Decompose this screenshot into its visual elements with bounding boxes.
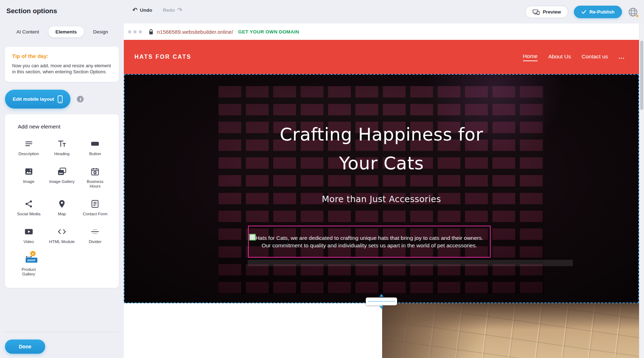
hero-heading[interactable]: Crafting Happiness for Your Cats (125, 120, 638, 178)
tip-title: Tip of the day: (12, 53, 112, 59)
next-section-partial (124, 303, 639, 358)
nav-more-button[interactable]: ... (619, 53, 625, 60)
shop-badge: SHOP (25, 257, 38, 263)
site-preview-area: n1566589.websitebuilder.online/ GET YOUR… (124, 23, 639, 358)
element-item-image-gallery[interactable]: Image Gallery (45, 166, 78, 189)
undo-button[interactable]: ↶ Undo (132, 7, 152, 13)
preview-button[interactable]: Preview (525, 6, 568, 18)
topbar-actions: Preview Re-Publish (525, 6, 638, 18)
undo-icon: ↶ (132, 7, 137, 13)
hero-paragraph: Hats for Cats, we are dedicated to craft… (249, 234, 490, 249)
page-title: Section options (6, 7, 57, 15)
edit-mobile-layout-button[interactable]: Edit mobile layout (5, 90, 70, 109)
element-item-heading[interactable]: Heading (45, 138, 78, 156)
page-scrollbar-thumb[interactable] (640, 41, 643, 110)
page-scrollbar-track (639, 23, 644, 358)
element-item-business-hours[interactable]: Business Hours (79, 166, 112, 189)
section-resize-handle[interactable] (366, 294, 397, 309)
section-options-sidebar: AI Content Elements Design Tip of the da… (0, 23, 124, 358)
undo-redo-group: ↶ Undo Redo ↷ (132, 7, 183, 13)
code-icon (57, 226, 67, 237)
tip-of-the-day-card: Tip of the day: Now you can add, move an… (5, 47, 119, 82)
site-header: HATS FOR CATS Home About Us Contact us .… (124, 40, 639, 74)
element-item-map[interactable]: Map (45, 199, 78, 216)
site-url[interactable]: n1566589.websitebuilder.online/ (157, 29, 233, 35)
map-pin-icon (57, 199, 67, 209)
element-item-image[interactable]: Image (12, 166, 45, 189)
sidebar-tabs: AI Content Elements Design (9, 26, 124, 37)
done-button[interactable]: Done (5, 339, 45, 354)
redo-button[interactable]: Redo ↷ (163, 7, 183, 13)
top-bar: Section options ↶ Undo Redo ↷ Preview (0, 0, 644, 23)
add-new-element-panel: Add new element Description Heading Butt… (5, 114, 119, 288)
product-gallery-icon: + SHOP (23, 254, 35, 265)
arrow-down-icon (379, 306, 384, 309)
info-icon[interactable]: i (77, 96, 84, 102)
window-dot (139, 30, 142, 33)
sidebar-divider (5, 332, 119, 332)
element-item-html-module[interactable]: HTML Module (45, 226, 78, 244)
nav-item-about-us[interactable]: About Us (548, 53, 571, 61)
language-globe-button[interactable] (628, 7, 638, 17)
image-gallery-icon (57, 166, 67, 177)
video-icon (24, 226, 34, 237)
arrow-up-icon (379, 294, 384, 297)
element-drag-handle[interactable] (249, 234, 256, 241)
site-logo[interactable]: HATS FOR CATS (134, 54, 191, 60)
element-item-contact-form[interactable]: Contact Form (79, 199, 112, 216)
tab-ai-content[interactable]: AI Content (9, 26, 46, 37)
site-nav: Home About Us Contact us ... (523, 53, 625, 61)
check-icon (581, 10, 586, 14)
get-domain-link[interactable]: GET YOUR OWN DOMAIN (238, 29, 299, 35)
tip-body: Now you can add, move and resize any ele… (12, 63, 112, 75)
element-hover-ghost (248, 260, 573, 266)
paving-photo[interactable] (382, 303, 639, 358)
notification-dot (636, 15, 639, 17)
hero-section-selected[interactable]: Crafting Happiness for Your Cats More th… (124, 74, 639, 303)
button-icon (90, 138, 100, 149)
business-hours-icon (90, 166, 100, 177)
nav-item-home[interactable]: Home (523, 53, 538, 61)
image-icon (24, 166, 33, 177)
republish-button[interactable]: Re-Publish (574, 6, 622, 18)
devices-icon (533, 9, 540, 15)
window-dot (128, 30, 131, 33)
contact-form-icon (90, 199, 100, 209)
window-dots (128, 30, 142, 33)
hero-subheading[interactable]: More than Just Accessories (125, 194, 638, 204)
element-item-description[interactable]: Description (12, 138, 45, 156)
lock-icon (148, 29, 154, 35)
window-dot (133, 30, 137, 33)
redo-icon: ↷ (178, 7, 183, 13)
element-item-button[interactable]: Button (79, 138, 112, 156)
edit-mobile-row: Edit mobile layout i (5, 90, 124, 109)
element-item-social-media[interactable]: Social Media (12, 199, 45, 216)
plus-badge: + (30, 251, 36, 256)
phone-icon (58, 95, 63, 103)
element-item-video[interactable]: Video (12, 226, 45, 244)
description-lines-icon (24, 138, 33, 149)
element-grid: Description Heading Button Image (5, 138, 119, 277)
element-item-divider[interactable]: Divider (79, 226, 112, 244)
social-media-icon (24, 199, 33, 209)
nav-item-contact-us[interactable]: Contact us (582, 53, 608, 61)
add-new-element-title: Add new element (18, 123, 119, 130)
dotted-line (368, 301, 395, 302)
heading-icon (57, 138, 67, 149)
tab-design[interactable]: Design (86, 26, 115, 37)
divider-icon (90, 226, 100, 237)
selected-text-element[interactable]: Hats for Cats, we are dedicated to craft… (248, 226, 491, 258)
browser-chrome: n1566589.websitebuilder.online/ GET YOUR… (124, 23, 639, 40)
element-item-product-gallery[interactable]: + SHOP Product Gallery (12, 254, 45, 277)
tab-elements[interactable]: Elements (48, 26, 84, 37)
